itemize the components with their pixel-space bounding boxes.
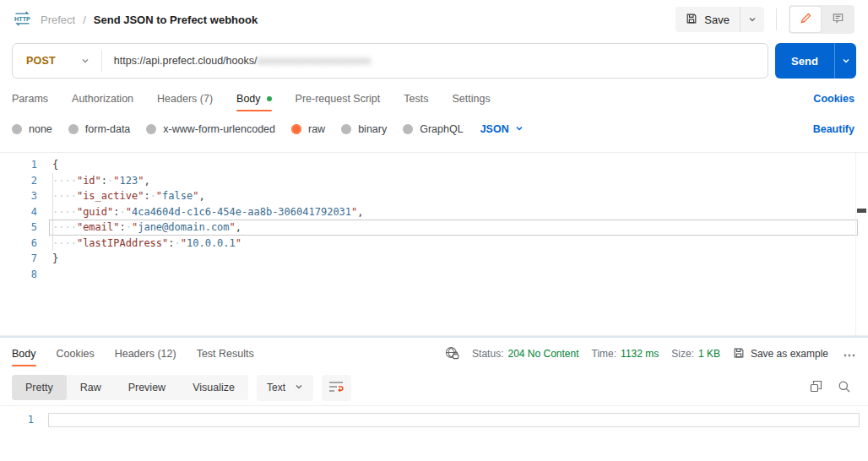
request-body-editor[interactable]: 1{2····"id":·"123",3····"is_active":·"fa…	[0, 152, 868, 336]
view-mode-raw[interactable]: Raw	[67, 375, 115, 400]
more-options-button[interactable]	[841, 348, 858, 361]
meta-label: Size:	[671, 348, 694, 360]
request-tab-authorization[interactable]: Authorization	[72, 83, 133, 115]
tab-label: Test Results	[197, 348, 254, 360]
wrap-lines-button[interactable]	[322, 375, 351, 401]
code-line-content: }	[52, 251, 868, 267]
search-response-button[interactable]	[834, 377, 854, 399]
request-tab-bar: ParamsAuthorizationHeaders (7)BodyPre-re…	[0, 83, 868, 115]
method-selector[interactable]: POST	[13, 44, 101, 78]
language-label: JSON	[480, 123, 509, 135]
meta-value: 204 No Content	[507, 348, 578, 360]
radio-icon	[291, 124, 301, 134]
code-token: ·	[175, 237, 181, 249]
save-button-group: Save	[675, 7, 764, 32]
network-secure-icon[interactable]	[444, 345, 459, 363]
code-token: ·	[120, 206, 126, 218]
code-line[interactable]: 8	[0, 267, 868, 283]
request-title[interactable]: Send JSON to Prefect webhook	[94, 14, 258, 26]
request-tab-headers-7[interactable]: Headers (7)	[157, 83, 213, 115]
code-line[interactable]: 1{	[0, 157, 868, 173]
code-token: ·	[126, 221, 132, 233]
response-tab-body[interactable]: Body	[12, 338, 36, 370]
code-line[interactable]: 3····"is_active":·"false",	[0, 188, 868, 204]
search-icon	[838, 380, 851, 396]
send-button-group: Send	[775, 43, 856, 79]
response-tab-cookies[interactable]: Cookies	[57, 338, 95, 370]
radio-icon	[146, 124, 156, 134]
code-token: 4ca4604d-c1c6-454e-aa8b-306041792031	[132, 206, 351, 218]
line-number: 1	[0, 157, 37, 173]
code-line[interactable]: 4····"guid":·"4ca4604d-c1c6-454e-aa8b-30…	[0, 204, 868, 220]
response-size[interactable]: Size:1 KB	[671, 348, 720, 360]
send-button[interactable]: Send	[775, 43, 834, 79]
edit-documentation-button[interactable]	[790, 7, 821, 32]
save-as-example-label: Save as example	[751, 348, 828, 360]
cookies-link[interactable]: Cookies	[813, 93, 854, 105]
code-line[interactable]: 5····"email":·"jane@domain.com",	[0, 220, 868, 236]
code-line[interactable]: 2····"id":·"123",	[0, 173, 868, 189]
radio-label: GraphQL	[420, 123, 463, 135]
tab-label: Headers (7)	[157, 93, 213, 105]
breadcrumb: HTTP Prefect / Send JSON to Prefect webh…	[12, 11, 258, 29]
code-line[interactable]: 6····"lastIPAddress":·"10.0.0.1"	[0, 236, 868, 252]
copy-response-button[interactable]	[806, 377, 826, 399]
language-selector[interactable]: JSON	[480, 123, 524, 135]
request-tab-tests[interactable]: Tests	[404, 83, 428, 115]
body-mode-graphql[interactable]: GraphQL	[403, 123, 463, 135]
request-topbar: HTTP Prefect / Send JSON to Prefect webh…	[0, 0, 868, 39]
response-format-selector[interactable]: Text	[257, 375, 313, 401]
response-tab-headers-12[interactable]: Headers (12)	[115, 338, 176, 370]
code-token: ····	[52, 175, 77, 187]
code-token: jane@domain.com	[138, 221, 229, 233]
response-tab-test-results[interactable]: Test Results	[197, 338, 254, 370]
view-mode-pretty[interactable]: Pretty	[12, 375, 67, 400]
code-token: "id"	[77, 175, 101, 187]
code-token: :	[119, 221, 125, 233]
code-token: "	[236, 237, 241, 249]
code-line-content	[52, 267, 868, 283]
comment-icon	[832, 12, 844, 27]
body-mode-none[interactable]: none	[12, 123, 52, 135]
send-dropdown-button[interactable]	[834, 43, 856, 79]
save-icon	[686, 13, 697, 27]
beautify-link[interactable]: Beautify	[813, 123, 854, 135]
breadcrumb-collection[interactable]: Prefect	[41, 14, 75, 26]
body-mode-raw[interactable]: raw	[291, 123, 325, 135]
code-line[interactable]: 7}	[0, 251, 868, 267]
response-active-line[interactable]	[48, 413, 860, 427]
chevron-down-icon	[295, 382, 303, 393]
view-mode-preview[interactable]: Preview	[115, 375, 179, 400]
tab-label: Tests	[404, 93, 428, 105]
response-format-label: Text	[267, 382, 285, 393]
chevron-down-icon	[842, 55, 850, 68]
line-number: 5	[0, 220, 37, 236]
view-mode-visualize[interactable]: Visualize	[179, 375, 248, 400]
unsaved-changes-dot	[267, 96, 272, 101]
comments-button[interactable]	[822, 7, 853, 32]
tab-label: Params	[12, 93, 48, 105]
body-mode-form-data[interactable]: form-data	[68, 123, 131, 135]
save-as-example-button[interactable]: Save as example	[733, 347, 828, 361]
request-tab-body[interactable]: Body	[236, 83, 272, 115]
request-tab-pre-request-script[interactable]: Pre-request Script	[296, 83, 381, 115]
editor-scrollbar-thumb[interactable]	[857, 209, 866, 213]
request-tab-params[interactable]: Params	[12, 83, 48, 115]
save-dropdown-button[interactable]	[741, 7, 764, 32]
code-line-content: ····"guid":·"4ca4604d-c1c6-454e-aa8b-306…	[52, 204, 868, 220]
body-mode-x-www-form-urlencoded[interactable]: x-www-form-urlencoded	[146, 123, 275, 135]
body-mode-binary[interactable]: binary	[341, 123, 387, 135]
copy-icon	[809, 380, 822, 396]
code-line-content: ····"is_active":·"false",	[52, 188, 868, 204]
response-time[interactable]: Time:1132 ms	[592, 348, 659, 360]
response-status[interactable]: Status:204 No Content	[472, 348, 578, 360]
body-mode-bar: noneform-datax-www-form-urlencodedrawbin…	[0, 115, 868, 144]
svg-text:HTTP: HTTP	[14, 14, 30, 22]
request-tab-settings[interactable]: Settings	[452, 83, 490, 115]
url-input[interactable]: https://api.prefect.cloud/hooks/xxxxxxxx…	[102, 55, 768, 67]
code-token: :	[168, 237, 174, 249]
save-button[interactable]: Save	[675, 7, 740, 32]
url-bar: POST https://api.prefect.cloud/hooks/xxx…	[0, 39, 868, 83]
response-body-editor[interactable]: 1	[0, 405, 868, 461]
chevron-down-icon	[748, 14, 757, 26]
